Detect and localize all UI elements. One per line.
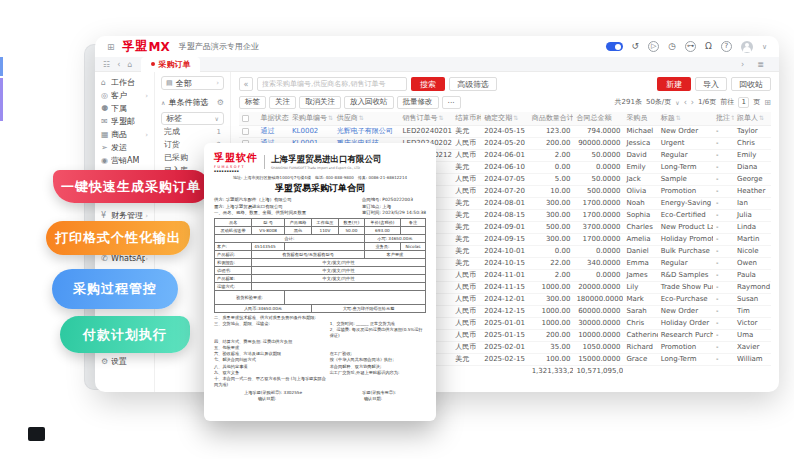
action-button[interactable]: ··· — [442, 96, 461, 109]
tab-active-dot — [151, 62, 155, 66]
cell: Xavier — [734, 341, 771, 353]
bell-icon[interactable]: Ω — [705, 41, 712, 52]
sort-icon[interactable]: ⇅ — [439, 114, 444, 121]
sort-icon[interactable]: ⇅ — [328, 114, 333, 121]
goto-page-input[interactable] — [738, 97, 749, 108]
import-button[interactable]: 导入 — [695, 77, 727, 91]
cell: 50.0000 — [573, 173, 623, 185]
cell: 30000.0000 — [573, 317, 623, 329]
column-header[interactable]: 单据状态⇅ — [257, 112, 289, 125]
recycle-bin-button[interactable]: 回收站 — [731, 77, 771, 91]
tab-menu-icon[interactable]: ☷ — [103, 60, 110, 69]
column-header[interactable]: 标题⇅ — [658, 112, 713, 125]
new-button[interactable]: 新建 — [657, 77, 691, 91]
next-page-icon[interactable]: › — [691, 98, 694, 107]
home-icon[interactable]: ⌂ — [127, 60, 132, 69]
tab-forward-icon[interactable]: › — [741, 60, 744, 69]
sidebar-item-fumeng-mail[interactable]: ✉孚盟邮 — [95, 115, 154, 128]
doc-column-header: 单价(含税价) — [364, 218, 400, 226]
column-header[interactable]: 采购单编号⇅ — [289, 112, 334, 125]
cell: Eco-Purchase — [658, 293, 713, 305]
cell: Ian — [734, 197, 771, 209]
column-header[interactable]: 确定交期⇅ — [481, 112, 528, 125]
column-header[interactable]: 采购员 — [623, 112, 657, 125]
search-input[interactable] — [257, 77, 407, 91]
tab-list-icon[interactable]: ≣ — [757, 60, 764, 69]
cell: - — [713, 293, 734, 305]
per-page-select[interactable]: 50条/页 — [646, 97, 671, 107]
gear-icon[interactable]: ⚙ — [217, 98, 224, 107]
cell: - — [713, 137, 734, 149]
sort-icon[interactable]: ⇅ — [759, 114, 764, 121]
action-button[interactable]: 标签 — [239, 96, 266, 109]
chevron-down-icon: ∨ — [675, 99, 679, 106]
apps-grid-icon[interactable]: ⊞ — [107, 42, 115, 52]
sidebar-item-customers[interactable]: ◎客户› — [95, 89, 154, 102]
advanced-filter-button[interactable]: 高级筛选 — [449, 77, 497, 91]
sidebar-item-label: 工作台 — [111, 77, 135, 88]
undo-icon[interactable]: ↺ — [632, 41, 640, 52]
fumeng-mail-icon: ✉ — [101, 117, 111, 126]
action-button[interactable]: 批量修改 — [397, 96, 439, 109]
clock-icon[interactable]: ◷ — [668, 41, 676, 52]
tab-back-icon[interactable]: ‹ — [117, 60, 120, 69]
theme-toggle[interactable] — [606, 42, 623, 51]
filter-item[interactable]: 完成1 — [161, 125, 224, 138]
sidebar-item-settings[interactable]: ⚙设置 — [95, 355, 154, 368]
column-header[interactable]: 销售订单号⇅ — [400, 112, 453, 125]
company-subtitle: 孚盟产品演示专用企业 — [179, 41, 259, 52]
filter-item-label: 已采购 — [164, 152, 188, 163]
sidebar-item-shipping[interactable]: ➢发运 — [95, 141, 154, 154]
sort-icon[interactable]: ⇅ — [359, 114, 364, 121]
filter-item-count: 1 — [217, 128, 221, 136]
filter-section-header[interactable]: ∧ 单条件筛选 ⚙ — [161, 95, 224, 109]
sidebar-item-workbench[interactable]: ⌂工作台 — [95, 76, 154, 89]
column-settings-icon[interactable]: ⊞ — [764, 98, 771, 107]
cell: George — [734, 173, 771, 185]
action-button[interactable]: 关注 — [269, 96, 296, 109]
column-header[interactable]: 批注⇅ — [713, 112, 734, 125]
collapse-panel-icon[interactable]: « — [239, 77, 253, 91]
user-avatar[interactable] — [741, 41, 753, 53]
cell: David — [623, 149, 657, 161]
workflow-icon[interactable]: ⊶ — [685, 41, 696, 52]
action-button[interactable]: 取消关注 — [299, 96, 341, 109]
cell: 2025-02-01 — [481, 341, 528, 353]
prev-page-icon[interactable]: ‹ — [684, 98, 687, 107]
feature-ribbon-3: 采购过程管控 — [52, 269, 178, 309]
column-header[interactable]: 结算币种 — [452, 112, 481, 125]
totals-cell — [623, 365, 657, 377]
cell: 2024-12-15 — [481, 305, 528, 317]
play-icon[interactable]: ▷ — [648, 41, 659, 52]
filter-scope-select[interactable]: ▤ 全部 › — [161, 76, 224, 90]
row-checkbox[interactable] — [242, 128, 249, 135]
cell: 10.00 — [529, 185, 574, 197]
cell: Emma — [623, 257, 657, 269]
cell: New Order — [658, 305, 713, 317]
sort-icon[interactable]: ⇅ — [513, 114, 518, 121]
cell: 2024-05-20 — [481, 137, 528, 149]
search-button[interactable]: 搜索 — [411, 77, 445, 91]
cell: Sophia — [623, 209, 657, 221]
filter-tag-dropdown[interactable]: 标签 ∨ — [161, 112, 224, 125]
sidebar-item-subordinates[interactable]: ⚉下属 — [95, 102, 154, 115]
column-header[interactable]: 商品数量合计 — [529, 112, 574, 125]
column-header[interactable]: 供应商⇅ — [334, 112, 400, 125]
table-row[interactable]: 通过KL0002光辉电子有限公司LED20240201美元2024-05-151… — [239, 125, 771, 137]
select-all-checkbox[interactable] — [242, 115, 249, 122]
totals-cell — [658, 365, 713, 377]
column-header[interactable]: 跟单人⇅ — [734, 112, 771, 125]
cell[interactable]: 光辉电子有限公司 — [334, 125, 400, 137]
sidebar-item-products[interactable]: ▦商品› — [95, 128, 154, 141]
sort-icon[interactable]: ⇅ — [731, 114, 734, 121]
toolbar: « 搜索 高级筛选 新建 导入 回收站 — [239, 76, 771, 92]
avatar-chevron-down-icon[interactable]: ∨ — [762, 43, 767, 51]
cell[interactable]: 通过 — [257, 125, 289, 137]
sidebar-item-marketing-am[interactable]: ◉营销AM — [95, 154, 154, 167]
tab-purchase-orders[interactable]: 采购订单 — [141, 57, 200, 72]
cell[interactable]: KL0002 — [289, 125, 334, 137]
sort-icon[interactable]: ⇅ — [676, 114, 681, 121]
help-icon[interactable]: ? — [721, 41, 732, 52]
action-button[interactable]: 放入回收站 — [344, 96, 394, 109]
column-header[interactable]: 合同总金额 — [573, 112, 623, 125]
